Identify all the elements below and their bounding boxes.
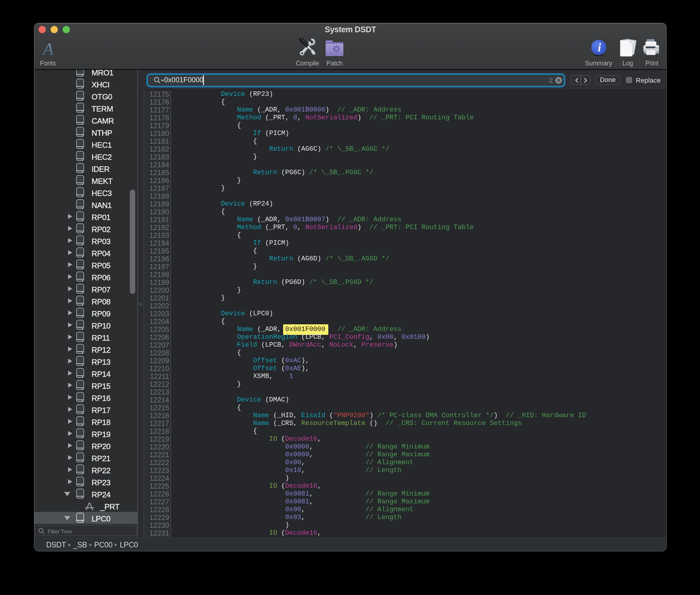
svg-text:A: A (41, 41, 54, 56)
svg-text:i: i (598, 41, 601, 54)
